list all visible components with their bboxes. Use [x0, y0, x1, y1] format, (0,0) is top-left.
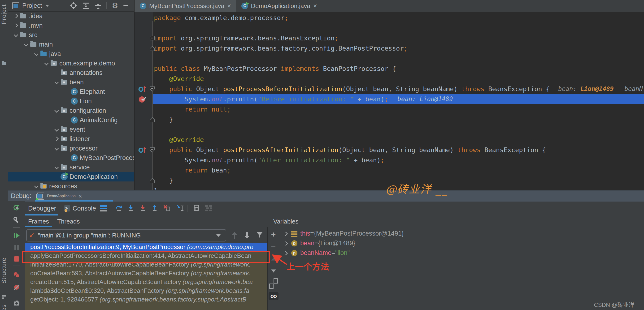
evaluate-icon[interactable] — [193, 204, 200, 213]
chevron-down-icon[interactable] — [13, 32, 19, 38]
code-line[interactable]: } — [154, 175, 173, 186]
rerun-icon[interactable] — [13, 204, 20, 212]
chevron-down-icon[interactable] — [54, 79, 60, 85]
frame-row[interactable]: doCreateBean:593, AbstractAutowireCapabl… — [25, 269, 268, 278]
tree-item-lion[interactable]: CLion — [8, 96, 134, 106]
code-line[interactable]: @Override — [154, 74, 204, 84]
code-line[interactable]: import org.springframework.beans.factory… — [154, 43, 408, 53]
chevron-down-icon[interactable] — [54, 145, 60, 151]
chevron-down-icon[interactable] — [23, 41, 29, 47]
triangle-down-icon[interactable] — [271, 270, 276, 273]
frame-row[interactable]: initializeBean:1770, AbstractAutowireCap… — [25, 260, 268, 269]
tool-window-button-partial[interactable]: es — [0, 304, 7, 310]
fold-marker-icon[interactable] — [150, 147, 155, 154]
chevron-down-icon[interactable] — [33, 51, 39, 57]
mute-breakpoints-icon[interactable] — [13, 284, 20, 292]
triangle-up-icon[interactable] — [271, 258, 276, 261]
tree-item-bean[interactable]: bean — [8, 77, 134, 87]
pause-icon[interactable] — [13, 244, 20, 252]
tree-item-configuration[interactable]: configuration — [8, 106, 134, 115]
code-line[interactable]: } — [154, 114, 173, 124]
code-line[interactable]: package com.example.demo.processor; — [154, 13, 288, 23]
code-line[interactable]: return bean; — [154, 165, 231, 175]
fold-marker-icon[interactable] — [150, 46, 155, 52]
tree-item--mvn[interactable]: .mvn — [8, 21, 134, 30]
tree-item-annotations[interactable]: annotations — [8, 68, 134, 77]
step-out-icon[interactable] — [151, 204, 158, 213]
tab-frames[interactable]: Frames — [28, 216, 49, 227]
code-line[interactable]: public class MyBeanPostProcessor impleme… — [154, 63, 396, 74]
thread-selector[interactable]: ✓ "main"@1 in group "main": RUNNING — [26, 229, 226, 242]
add-icon[interactable]: + — [271, 231, 276, 238]
tree-item-src[interactable]: src — [8, 30, 134, 40]
variable-row-bean[interactable]: pbean = {Lion@1489} — [279, 238, 644, 248]
code-editor[interactable]: package com.example.demo.processor;impor… — [134, 12, 644, 190]
chevron-down-icon[interactable] — [33, 183, 39, 189]
tree-item-service[interactable]: service — [8, 163, 134, 172]
tab-debugger[interactable]: Debugger — [28, 201, 56, 216]
chevron-right-icon[interactable] — [283, 250, 289, 256]
hide-panel-icon[interactable] — [124, 5, 128, 6]
tree-item-java[interactable]: java — [8, 49, 134, 59]
chevron-right-icon[interactable] — [54, 136, 60, 142]
remove-icon[interactable]: − — [271, 243, 276, 250]
variable-row-beanname[interactable]: pbeanName = "lion" — [279, 248, 644, 258]
code-line[interactable]: public Object postProcessAfterInitializa… — [154, 145, 546, 155]
chevron-down-icon[interactable] — [216, 234, 220, 237]
fold-marker-icon[interactable] — [150, 178, 155, 184]
tree-item-processor[interactable]: processor — [8, 144, 134, 153]
chevron-down-icon[interactable] — [54, 107, 60, 114]
expand-collapse-icon[interactable] — [82, 2, 89, 9]
tree-item-listener[interactable]: listener — [8, 134, 134, 144]
tree-item-event[interactable]: event — [8, 125, 134, 134]
step-into-icon[interactable] — [127, 204, 134, 213]
breakpoint-icon[interactable] — [138, 95, 146, 104]
view-breakpoints-icon[interactable] — [13, 271, 20, 280]
stop-icon[interactable] — [13, 256, 20, 264]
close-icon[interactable]: × — [313, 2, 317, 9]
frame-row[interactable]: applyBeanPostProcessorsBeforeInitializat… — [25, 251, 268, 260]
variable-row-this[interactable]: this = {MyBeanPostProcessor@1491} — [279, 229, 644, 238]
tree-item-demoapplication[interactable]: CDemoApplication — [8, 172, 134, 181]
code-line[interactable]: System.out.println("Before initializatio… — [154, 94, 388, 104]
frame-row[interactable]: getObject:-1, 928466577 (org.springframe… — [25, 295, 268, 304]
debug-session-tab[interactable]: DemoApplication × — [35, 190, 113, 202]
code-line[interactable]: @Override — [154, 135, 204, 145]
tool-window-button-project[interactable]: Project — [0, 4, 7, 24]
chevron-right-icon[interactable] — [283, 240, 289, 247]
camera-icon[interactable] — [13, 300, 20, 308]
tree-item-resources[interactable]: resources — [8, 181, 134, 190]
arrow-up-icon[interactable] — [231, 231, 238, 241]
wrench-icon[interactable] — [13, 216, 20, 225]
code-line[interactable]: import org.springframework.beans.BeansEx… — [154, 33, 338, 43]
chevron-down-icon[interactable] — [54, 126, 60, 133]
step-over-icon[interactable] — [115, 204, 123, 213]
frame-row[interactable]: createBean:515, AbstractAutowireCapableB… — [25, 278, 268, 286]
close-icon[interactable]: × — [227, 2, 231, 9]
run-to-cursor-icon[interactable] — [176, 204, 185, 213]
fold-marker-icon[interactable] — [150, 117, 155, 123]
resume-icon[interactable] — [13, 232, 20, 240]
chevron-right-icon[interactable] — [13, 13, 19, 19]
tree-item-mybeanpostprocessor[interactable]: CMyBeanPostProcessor — [8, 153, 134, 163]
tree-item-com-example-demo[interactable]: com.example.demo — [8, 59, 134, 68]
frame-row[interactable]: lambda$doGetBean$0:320, AbstractBeanFact… — [25, 286, 268, 295]
chevron-down-icon[interactable] — [43, 60, 50, 66]
watch-oo-icon[interactable]: oo — [268, 292, 278, 300]
tree-item--idea[interactable]: .idea — [8, 11, 134, 21]
code-line[interactable]: return null; — [154, 104, 231, 114]
tree-item-elephant[interactable]: CElephant — [8, 87, 134, 96]
chevron-right-icon[interactable] — [13, 22, 19, 28]
force-step-into-icon[interactable] — [139, 204, 146, 213]
tree-item-main[interactable]: main — [8, 40, 134, 49]
override-method-icon[interactable] — [138, 146, 146, 155]
code-line[interactable]: System.out.println("After initialization… — [154, 155, 384, 165]
project-panel-title[interactable]: Project — [22, 2, 42, 9]
tab-console[interactable]: Console — [72, 201, 96, 216]
code-line[interactable]: } — [154, 186, 158, 190]
tab-threads[interactable]: Threads — [57, 216, 80, 227]
drop-frame-icon[interactable] — [163, 204, 170, 213]
tab-demoapplication[interactable]: C DemoApplication.java × — [236, 0, 322, 12]
gear-icon[interactable]: ⚙ — [112, 2, 118, 9]
arrow-down-icon[interactable] — [244, 231, 250, 241]
